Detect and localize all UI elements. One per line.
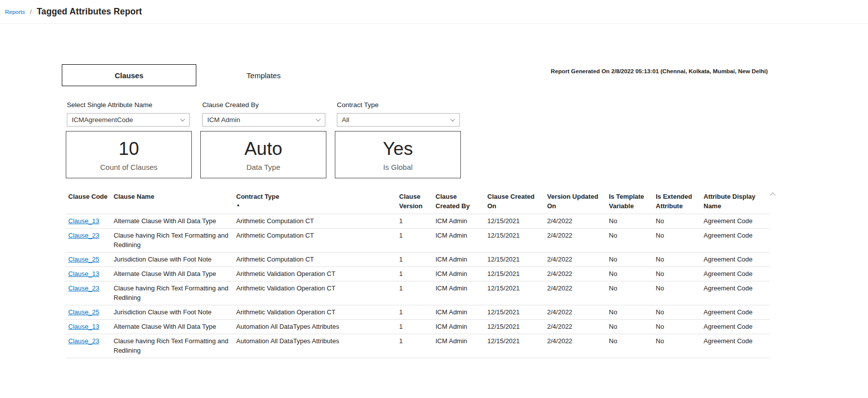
column-header-clause-created-on[interactable]: Clause Created On (484, 188, 544, 214)
cell-contract-type: Arithmetic Computation CT (233, 214, 396, 229)
column-header-clause-code[interactable]: Clause Code (65, 188, 111, 214)
cell-version-updated-on: 2/4/2022 (544, 267, 606, 281)
column-header-label: Clause Code (68, 193, 108, 200)
table-row: Clause_23Clause having Rich Text Formatt… (65, 281, 770, 305)
clause-code-link[interactable]: Clause_13 (68, 217, 99, 225)
cell-is-template-variable: No (606, 281, 653, 305)
cell-clause-created-by: ICM Admin (433, 267, 484, 281)
cell-attribute-display-name: Agreement Code (701, 320, 770, 334)
clause-created-by-dropdown[interactable]: ICM Admin (202, 113, 325, 127)
cell-clause-name: Clause having Rich Text Formatting and R… (111, 334, 233, 358)
cell-is-extended-attribute: No (653, 320, 701, 334)
column-header-clause-version[interactable]: Clause Version (396, 188, 433, 214)
card-count-of-clauses: 10 Count of Clauses (66, 131, 192, 178)
cell-contract-type: Arithmetic Computation CT (233, 253, 396, 267)
card-data-type: Auto Data Type (200, 131, 326, 178)
table-row: Clause_23Clause having Rich Text Formatt… (65, 334, 770, 358)
cell-attribute-display-name: Agreement Code (701, 253, 770, 267)
cell-attribute-display-name: Agreement Code (701, 267, 770, 281)
cell-clause-code: Clause_13 (65, 320, 111, 334)
cell-clause-name: Alternate Clause With All Data Type (111, 320, 233, 334)
tab-clauses[interactable]: Clauses (62, 64, 196, 86)
filter-attribute-name-label: Select Single Attribute Name (67, 101, 190, 109)
tab-templates[interactable]: Templates (196, 64, 331, 86)
filter-contract-type-label: Contract Type (337, 101, 460, 109)
filter-attribute-name: Select Single Attribute Name ICMAgreemen… (67, 101, 190, 127)
clauses-table: Clause CodeClause NameContract Type▲Clau… (65, 188, 770, 358)
cell-clause-name: Alternate Clause With All Data Type (111, 267, 233, 281)
cell-clause-code: Clause_23 (65, 229, 111, 253)
column-header-is-template-variable[interactable]: Is Template Variable (606, 188, 653, 214)
contract-type-dropdown[interactable]: All (337, 113, 460, 127)
cell-is-template-variable: No (606, 334, 653, 358)
column-header-is-extended-attribute[interactable]: Is Extended Attribute (653, 188, 701, 214)
table-scrollbar[interactable] (770, 189, 776, 358)
cell-clause-code: Clause_25 (65, 305, 111, 320)
cell-clause-name: Jurisdiction Clause with Foot Note (111, 305, 233, 320)
cell-clause-created-on: 12/15/2021 (484, 253, 544, 267)
cell-clause-code: Clause_23 (65, 334, 111, 358)
cell-version-updated-on: 2/4/2022 (544, 334, 606, 358)
cell-version-updated-on: 2/4/2022 (544, 281, 606, 305)
cell-clause-version: 1 (396, 214, 433, 229)
table-body: Clause_13Alternate Clause With All Data … (65, 214, 770, 358)
cell-is-template-variable: No (606, 214, 653, 229)
cell-version-updated-on: 2/4/2022 (544, 253, 606, 267)
table-row: Clause_23Clause having Rich Text Formatt… (65, 229, 770, 253)
attribute-name-dropdown-value: ICMAgreementCode (72, 116, 133, 124)
column-header-attribute-display-name[interactable]: Attribute Display Name (701, 188, 770, 214)
cell-contract-type: Arithmetic Computation CT (233, 229, 396, 253)
clause-code-link[interactable]: Clause_25 (68, 256, 99, 263)
column-header-version-updated-on[interactable]: Version Updated On (544, 188, 606, 214)
cell-clause-name: Jurisdiction Clause with Foot Note (111, 253, 233, 267)
attribute-name-dropdown[interactable]: ICMAgreementCode (67, 113, 190, 127)
cell-contract-type: Automation All DataTypes Attributes (233, 320, 396, 334)
breadcrumb-reports-link[interactable]: Reports (5, 9, 25, 15)
cell-clause-version: 1 (396, 305, 433, 320)
chevron-down-icon (450, 117, 455, 122)
cell-is-extended-attribute: No (653, 267, 701, 281)
card-count-of-clauses-value: 10 (119, 137, 139, 160)
table-row: Clause_13Alternate Clause With All Data … (65, 320, 770, 334)
cell-clause-code: Clause_25 (65, 253, 111, 267)
card-data-type-value: Auto (244, 137, 282, 160)
cell-clause-code: Clause_13 (65, 267, 111, 281)
cell-attribute-display-name: Agreement Code (701, 281, 770, 305)
column-header-clause-name[interactable]: Clause Name (111, 188, 233, 214)
clause-code-link[interactable]: Clause_23 (68, 232, 99, 239)
cell-is-extended-attribute: No (653, 305, 701, 320)
scroll-up-icon[interactable] (770, 192, 775, 198)
cell-is-template-variable: No (606, 305, 653, 320)
clause-code-link[interactable]: Clause_25 (68, 308, 99, 316)
cell-version-updated-on: 2/4/2022 (544, 214, 606, 229)
clause-code-link[interactable]: Clause_13 (68, 270, 99, 277)
cell-attribute-display-name: Agreement Code (701, 334, 770, 358)
clause-code-link[interactable]: Clause_23 (68, 284, 99, 292)
column-header-label: Contract Type (236, 193, 279, 200)
cell-clause-created-on: 12/15/2021 (484, 267, 544, 281)
cell-version-updated-on: 2/4/2022 (544, 229, 606, 253)
column-header-clause-created-by[interactable]: Clause Created By (433, 188, 484, 214)
cell-clause-created-on: 12/15/2021 (484, 334, 544, 358)
cell-clause-created-on: 12/15/2021 (484, 214, 544, 229)
column-header-contract-type[interactable]: Contract Type▲ (233, 188, 396, 214)
cell-clause-version: 1 (396, 281, 433, 305)
cell-clause-name: Alternate Clause With All Data Type (111, 214, 233, 229)
card-is-global-label: Is Global (383, 162, 413, 173)
breadcrumb: Reports / Tagged Attributes Report (0, 0, 868, 24)
cell-contract-type: Arithmetic Validation Operation CT (233, 305, 396, 320)
cell-clause-created-by: ICM Admin (433, 253, 484, 267)
clause-code-link[interactable]: Clause_13 (68, 323, 99, 330)
cell-clause-version: 1 (396, 334, 433, 358)
cell-contract-type: Arithmetic Validation Operation CT (233, 267, 396, 281)
cell-clause-version: 1 (396, 229, 433, 253)
cell-is-extended-attribute: No (653, 281, 701, 305)
cell-version-updated-on: 2/4/2022 (544, 305, 606, 320)
column-header-label: Clause Created By (435, 193, 470, 210)
column-header-label: Clause Version (399, 193, 423, 210)
clause-code-link[interactable]: Clause_23 (68, 337, 99, 345)
cell-is-template-variable: No (606, 229, 653, 253)
cell-clause-created-on: 12/15/2021 (484, 281, 544, 305)
card-count-of-clauses-label: Count of Clauses (100, 162, 157, 173)
cell-clause-version: 1 (396, 253, 433, 267)
